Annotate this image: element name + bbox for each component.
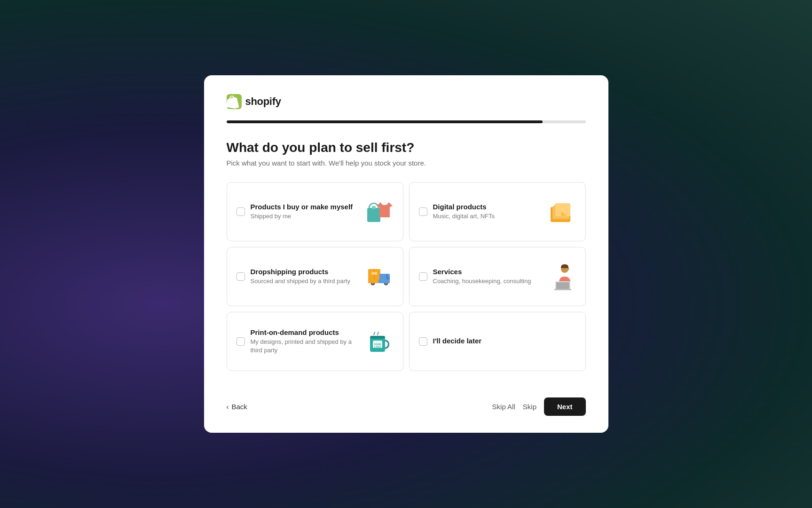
option-physical-title: Products I buy or make myself	[251, 203, 360, 211]
option-physical-desc: Shipped by me	[251, 212, 360, 221]
option-dropship[interactable]: Dropshipping products Sourced and shippe…	[227, 247, 403, 306]
back-label: Back	[232, 403, 247, 411]
svg-rect-23	[556, 282, 569, 289]
option-later[interactable]: I'll decide later	[409, 312, 586, 371]
back-button[interactable]: ‹ Back	[227, 403, 247, 411]
option-pod-title: Print-on-demand products	[251, 328, 360, 336]
option-services-desc: Coaching, housekeeping, consulting	[433, 277, 542, 286]
pod-illustration: YOUR LOGO	[365, 327, 394, 356]
svg-rect-19	[368, 279, 378, 283]
checkbox-digital[interactable]	[419, 207, 427, 216]
option-dropship-title: Dropshipping products	[251, 268, 360, 276]
svg-rect-8	[555, 203, 570, 216]
svg-rect-2	[367, 208, 380, 222]
option-services-title: Services	[433, 268, 542, 276]
svg-rect-26	[370, 336, 385, 339]
svg-rect-13	[371, 272, 377, 275]
option-services[interactable]: Services Coaching, housekeeping, consult…	[409, 247, 586, 306]
option-digital[interactable]: Digital products Music, digital art, NFT…	[409, 182, 586, 241]
digital-illustration	[548, 198, 576, 226]
checkbox-services[interactable]	[419, 272, 427, 281]
svg-text:LOGO: LOGO	[374, 346, 381, 349]
option-physical[interactable]: Products I buy or make myself Shipped by…	[227, 182, 403, 241]
svg-text:S: S	[232, 100, 236, 105]
option-pod-desc: My designs, printed and shipped by a thi…	[251, 338, 360, 355]
option-digital-desc: Music, digital art, NFTs	[433, 212, 542, 221]
page-subtitle: Pick what you want to start with. We'll …	[227, 159, 586, 167]
progress-bar-container	[227, 120, 586, 123]
next-button[interactable]: Next	[544, 397, 586, 416]
footer-right: Skip All Skip Next	[492, 397, 586, 416]
shopify-logo-icon: S	[227, 94, 242, 109]
option-digital-title: Digital products	[433, 203, 542, 211]
bag-shirt-illustration	[365, 198, 394, 226]
svg-rect-3	[372, 206, 376, 209]
svg-rect-24	[554, 289, 571, 290]
services-illustration	[548, 262, 576, 291]
checkbox-physical[interactable]	[237, 207, 245, 216]
skip-all-button[interactable]: Skip All	[492, 403, 515, 411]
svg-rect-9	[561, 213, 564, 214]
option-dropship-desc: Sourced and shipped by a third party	[251, 277, 360, 286]
dropship-illustration	[365, 262, 394, 291]
checkbox-dropship[interactable]	[237, 272, 245, 281]
main-modal: S shopify What do you plan to sell first…	[204, 75, 608, 433]
skip-button[interactable]: Skip	[523, 403, 536, 411]
options-grid: Products I buy or make myself Shipped by…	[227, 182, 586, 371]
option-pod[interactable]: Print-on-demand products My designs, pri…	[227, 312, 403, 371]
footer: ‹ Back Skip All Skip Next	[227, 390, 586, 416]
option-later-title: I'll decide later	[433, 337, 576, 345]
logo-area: S shopify	[227, 94, 586, 109]
page-title: What do you plan to sell first?	[227, 140, 586, 155]
svg-rect-20	[378, 279, 390, 283]
checkbox-pod[interactable]	[237, 337, 245, 346]
svg-rect-10	[561, 214, 566, 215]
checkbox-later[interactable]	[419, 337, 427, 346]
back-chevron-icon: ‹	[227, 403, 229, 411]
progress-bar-fill	[227, 120, 543, 123]
logo-text: shopify	[245, 95, 281, 108]
